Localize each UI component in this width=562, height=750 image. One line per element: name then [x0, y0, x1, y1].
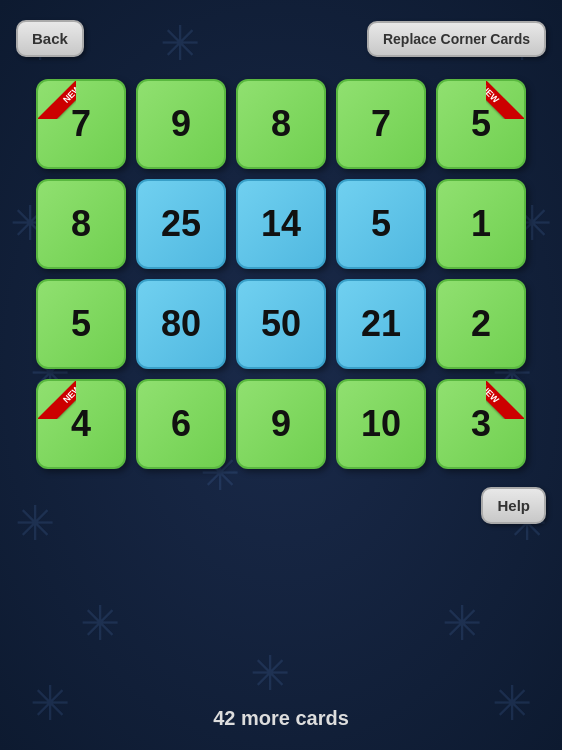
footer-text: 42 more cards: [213, 707, 349, 750]
card-value: 9: [171, 103, 191, 145]
card-r2-c4[interactable]: 2: [436, 279, 526, 369]
card-r0-c3[interactable]: 7: [336, 79, 426, 169]
card-value: 14: [261, 203, 301, 245]
card-r3-c4[interactable]: 3: [436, 379, 526, 469]
card-value: 8: [71, 203, 91, 245]
card-r1-c3[interactable]: 5: [336, 179, 426, 269]
card-r2-c1[interactable]: 80: [136, 279, 226, 369]
card-value: 7: [371, 103, 391, 145]
card-r0-c1[interactable]: 9: [136, 79, 226, 169]
replace-corner-cards-button[interactable]: Replace Corner Cards: [367, 21, 546, 57]
card-r0-c0[interactable]: 7: [36, 79, 126, 169]
new-badge-right: [486, 81, 524, 119]
new-badge-right: [486, 381, 524, 419]
card-value: 5: [371, 203, 391, 245]
card-value: 25: [161, 203, 201, 245]
card-grid: 79875825145158050212469103: [36, 79, 526, 469]
help-button[interactable]: Help: [481, 487, 546, 524]
new-badge-left: [38, 381, 76, 419]
card-r3-c0[interactable]: 4: [36, 379, 126, 469]
card-r2-c2[interactable]: 50: [236, 279, 326, 369]
card-r0-c2[interactable]: 8: [236, 79, 326, 169]
card-r1-c1[interactable]: 25: [136, 179, 226, 269]
card-r2-c0[interactable]: 5: [36, 279, 126, 369]
card-value: 80: [161, 303, 201, 345]
card-r1-c4[interactable]: 1: [436, 179, 526, 269]
card-value: 21: [361, 303, 401, 345]
card-value: 10: [361, 403, 401, 445]
card-r3-c3[interactable]: 10: [336, 379, 426, 469]
card-r3-c2[interactable]: 9: [236, 379, 326, 469]
card-value: 50: [261, 303, 301, 345]
card-value: 5: [71, 303, 91, 345]
card-value: 1: [471, 203, 491, 245]
top-bar: Back Replace Corner Cards: [0, 8, 562, 69]
card-r0-c4[interactable]: 5: [436, 79, 526, 169]
main-content: Back Replace Corner Cards 79875825145158…: [0, 0, 562, 750]
card-value: 8: [271, 103, 291, 145]
card-r1-c0[interactable]: 8: [36, 179, 126, 269]
card-value: 2: [471, 303, 491, 345]
card-value: 6: [171, 403, 191, 445]
back-button[interactable]: Back: [16, 20, 84, 57]
card-r3-c1[interactable]: 6: [136, 379, 226, 469]
card-r2-c3[interactable]: 21: [336, 279, 426, 369]
card-value: 9: [271, 403, 291, 445]
help-bar: Help: [0, 477, 562, 534]
new-badge-left: [38, 81, 76, 119]
card-r1-c2[interactable]: 14: [236, 179, 326, 269]
